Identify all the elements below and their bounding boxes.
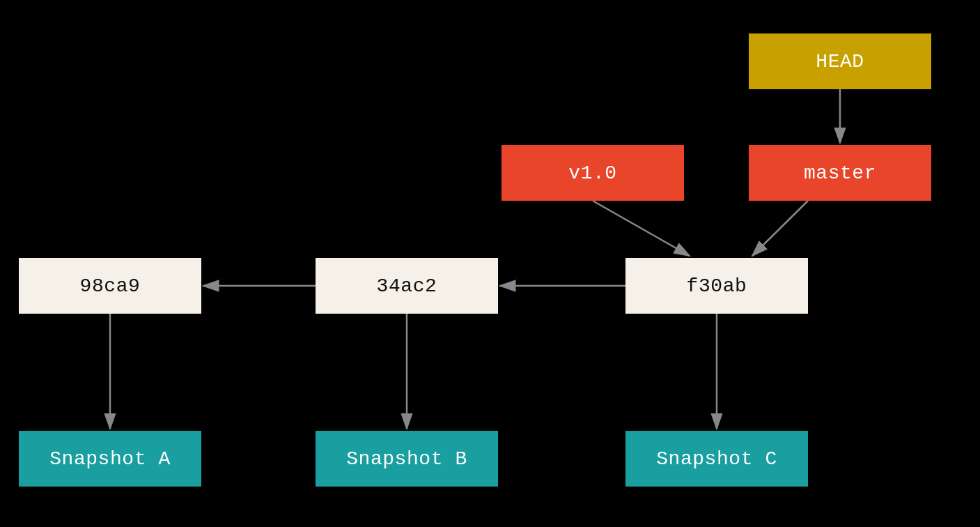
snapshot-c-label: Snapshot C <box>656 448 777 470</box>
snapshot-c-node: Snapshot C <box>625 431 808 487</box>
f30ab-label: f30ab <box>687 275 747 297</box>
snapshot-a-node: Snapshot A <box>19 431 201 487</box>
master-node: master <box>749 145 931 201</box>
34ac2-label: 34ac2 <box>377 275 437 297</box>
98ca9-node: 98ca9 <box>19 258 201 314</box>
f30ab-node: f30ab <box>625 258 808 314</box>
svg-line-3 <box>752 201 808 256</box>
head-label: HEAD <box>816 51 864 72</box>
34ac2-node: 34ac2 <box>316 258 498 314</box>
v1-node: v1.0 <box>501 145 684 201</box>
head-node: HEAD <box>749 33 931 89</box>
snapshot-b-node: Snapshot B <box>316 431 498 487</box>
98ca9-label: 98ca9 <box>80 275 141 297</box>
v1-label: v1.0 <box>568 162 616 184</box>
git-diagram: HEAD v1.0 master f30ab 34ac2 98ca9 Snaps… <box>0 0 980 527</box>
svg-line-2 <box>593 201 690 256</box>
snapshot-a-label: Snapshot A <box>49 448 171 470</box>
snapshot-b-label: Snapshot B <box>346 448 467 470</box>
master-label: master <box>804 162 876 184</box>
